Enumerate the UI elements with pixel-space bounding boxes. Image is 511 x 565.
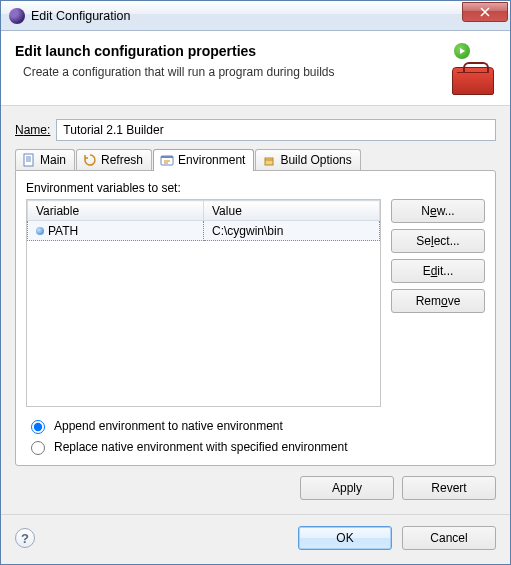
header-title: Edit launch configuration properties bbox=[15, 43, 438, 59]
radio-append[interactable]: Append environment to native environment bbox=[26, 417, 485, 434]
table-row[interactable]: PATH C:\cygwin\bin bbox=[28, 221, 380, 241]
header: Edit launch configuration properties Cre… bbox=[1, 31, 510, 105]
ok-button[interactable]: OK bbox=[298, 526, 392, 550]
help-button[interactable]: ? bbox=[15, 528, 35, 548]
radio-replace[interactable]: Replace native environment with specifie… bbox=[26, 438, 485, 455]
name-row: Name: bbox=[15, 119, 496, 141]
remove-button[interactable]: Remove bbox=[391, 289, 485, 313]
tab-strip: Main Refresh Environment Build Options bbox=[15, 149, 496, 170]
environment-panel: Environment variables to set: Variable V… bbox=[15, 170, 496, 466]
titlebar-left: Edit Configuration bbox=[9, 8, 130, 24]
env-vars-table[interactable]: Variable Value PATH C:\cygwin\bin bbox=[26, 199, 381, 407]
env-row: Variable Value PATH C:\cygwin\bin bbox=[26, 199, 485, 407]
env-mode-radios: Append environment to native environment… bbox=[26, 417, 485, 455]
variable-dot-icon bbox=[36, 227, 44, 235]
eclipse-icon bbox=[9, 8, 25, 24]
refresh-icon bbox=[83, 153, 97, 167]
document-icon bbox=[22, 153, 36, 167]
dialog-window: Edit Configuration Edit launch configura… bbox=[0, 0, 511, 565]
titlebar[interactable]: Edit Configuration bbox=[1, 1, 510, 31]
col-value[interactable]: Value bbox=[204, 201, 380, 221]
apply-revert-row: Apply Revert bbox=[15, 476, 496, 500]
header-description: Create a configuration that will run a p… bbox=[23, 65, 438, 79]
tab-build-options[interactable]: Build Options bbox=[255, 149, 360, 170]
content-area: Name: Main Refresh Environment bbox=[1, 107, 510, 514]
table-header-row: Variable Value bbox=[28, 201, 380, 221]
cell-variable: PATH bbox=[28, 221, 204, 241]
run-badge-icon bbox=[454, 43, 470, 59]
close-button[interactable] bbox=[462, 2, 508, 22]
name-input[interactable] bbox=[56, 119, 496, 141]
svg-rect-0 bbox=[24, 154, 33, 166]
tab-environment[interactable]: Environment bbox=[153, 149, 254, 171]
tab-refresh[interactable]: Refresh bbox=[76, 149, 152, 170]
window-title: Edit Configuration bbox=[31, 9, 130, 23]
new-button[interactable]: New... bbox=[391, 199, 485, 223]
build-options-icon bbox=[262, 153, 276, 167]
env-vars-label: Environment variables to set: bbox=[26, 181, 485, 195]
select-button[interactable]: Select... bbox=[391, 229, 485, 253]
apply-button[interactable]: Apply bbox=[300, 476, 394, 500]
env-buttons: New... Select... Edit... Remove bbox=[391, 199, 485, 407]
close-icon bbox=[480, 7, 490, 17]
svg-rect-2 bbox=[161, 156, 173, 158]
tab-main[interactable]: Main bbox=[15, 149, 75, 170]
footer: ? OK Cancel bbox=[1, 516, 510, 564]
radio-append-input[interactable] bbox=[31, 420, 45, 434]
toolbox-icon bbox=[448, 47, 496, 95]
edit-button[interactable]: Edit... bbox=[391, 259, 485, 283]
revert-button[interactable]: Revert bbox=[402, 476, 496, 500]
cancel-button[interactable]: Cancel bbox=[402, 526, 496, 550]
svg-rect-3 bbox=[265, 158, 273, 165]
radio-replace-input[interactable] bbox=[31, 441, 45, 455]
cell-value: C:\cygwin\bin bbox=[204, 221, 380, 241]
name-label: Name: bbox=[15, 123, 50, 137]
col-variable[interactable]: Variable bbox=[28, 201, 204, 221]
footer-buttons: OK Cancel bbox=[298, 526, 496, 550]
header-text: Edit launch configuration properties Cre… bbox=[15, 43, 438, 79]
environment-icon bbox=[160, 153, 174, 167]
